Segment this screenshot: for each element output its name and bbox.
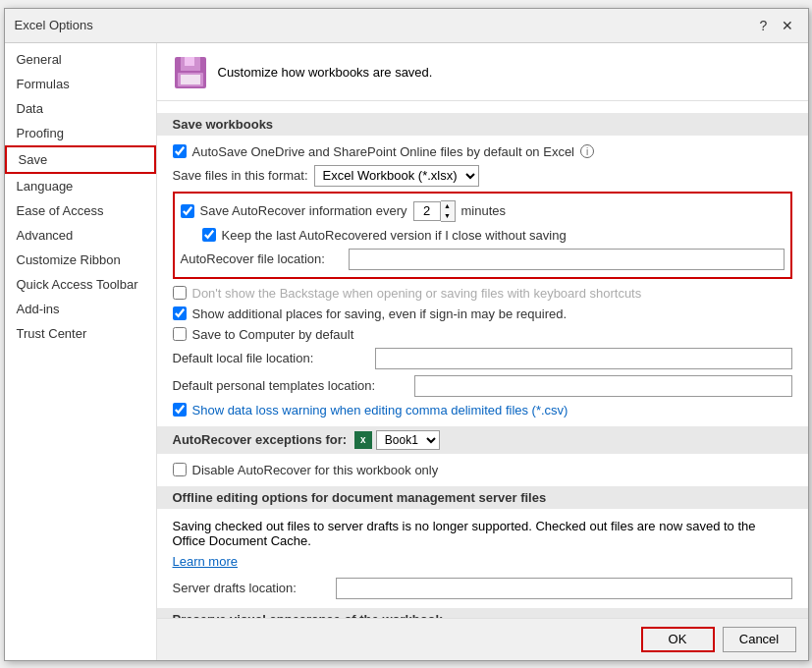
autorecover-row: Save AutoRecover information every ▲ ▼ m… xyxy=(181,197,785,225)
content-header-text: Customize how workbooks are saved. xyxy=(218,65,433,80)
autosave-label: AutoSave OneDrive and SharePoint Online … xyxy=(192,144,575,159)
show-data-loss-label: Show data loss warning when editing comm… xyxy=(192,403,568,418)
autorecover-book-dropdown[interactable]: Book1 xyxy=(376,430,440,450)
learn-more-link[interactable]: Learn more xyxy=(173,554,238,569)
autorecover-spinner: ▲ ▼ xyxy=(413,200,456,222)
show-additional-row: Show additional places for saving, even … xyxy=(173,304,792,324)
autorecover-checkbox[interactable] xyxy=(181,204,194,218)
autorecover-location-input[interactable]: C:\Users\DaniyaAhmad\AppData\Roaming\Mic… xyxy=(349,249,785,270)
keep-last-label: Keep the last AutoRecovered version if I… xyxy=(222,228,567,243)
help-button[interactable]: ? xyxy=(753,15,775,36)
spinner-down-arrow[interactable]: ▼ xyxy=(441,211,455,221)
autorecover-label: Save AutoRecover information every xyxy=(200,203,407,218)
default-local-row: Default local file location: C:\Users\Da… xyxy=(173,345,792,372)
save-workbooks-section-header: Save workbooks xyxy=(157,113,808,136)
spinner-up-arrow[interactable]: ▲ xyxy=(441,201,455,211)
sidebar-item-ease-of-access[interactable]: Ease of Access xyxy=(5,198,156,223)
ok-button[interactable]: OK xyxy=(641,627,715,652)
sidebar-item-data[interactable]: Data xyxy=(5,96,156,121)
dont-show-backstage-label: Don't show the Backstage when opening or… xyxy=(192,286,642,301)
save-format-dropdown[interactable]: Excel Workbook (*.xlsx) xyxy=(314,165,479,187)
sidebar-item-advanced[interactable]: Advanced xyxy=(5,223,156,248)
main-content: Customize how workbooks are saved. Save … xyxy=(157,43,808,660)
autorecover-highlighted-box: Save AutoRecover information every ▲ ▼ m… xyxy=(173,192,792,279)
content-header: Customize how workbooks are saved. xyxy=(157,43,808,101)
sidebar-item-quick-access-toolbar[interactable]: Quick Access Toolbar xyxy=(5,272,156,297)
sidebar-item-customize-ribbon[interactable]: Customize Ribbon xyxy=(5,248,156,272)
save-to-computer-row: Save to Computer by default xyxy=(173,324,792,345)
default-local-label: Default local file location: xyxy=(173,351,369,365)
default-local-input[interactable]: C:\Users\DaniyaAhmad\Documents xyxy=(375,348,792,369)
svg-rect-2 xyxy=(185,57,194,66)
autorecover-location-label: AutoRecover file location: xyxy=(181,251,343,266)
autosave-row: AutoSave OneDrive and SharePoint Online … xyxy=(173,141,792,162)
sidebar-item-formulas[interactable]: Formulas xyxy=(5,72,156,96)
dialog-body: General Formulas Data Proofing Save Lang… xyxy=(5,43,808,660)
autorecover-exceptions-label: AutoRecover exceptions for: xyxy=(173,431,348,446)
disable-autorecover-label: Disable AutoRecover for this workbook on… xyxy=(192,463,439,477)
show-data-loss-checkbox[interactable] xyxy=(173,403,187,417)
dont-show-backstage-row: Don't show the Backstage when opening or… xyxy=(173,283,792,304)
spinner-arrows: ▲ ▼ xyxy=(441,200,456,222)
save-format-label: Save files in this format: xyxy=(173,168,308,183)
sidebar-item-general[interactable]: General xyxy=(5,47,156,72)
show-data-loss-row: Show data loss warning when editing comm… xyxy=(173,400,792,420)
offline-description: Saving checked out files to server draft… xyxy=(173,515,792,552)
show-additional-label: Show additional places for saving, even … xyxy=(192,306,568,321)
dialog-footer: OK Cancel xyxy=(157,618,808,660)
svg-rect-4 xyxy=(181,75,200,84)
sidebar-item-proofing[interactable]: Proofing xyxy=(5,121,156,145)
save-to-computer-checkbox[interactable] xyxy=(173,327,187,341)
dialog-title: Excel Options xyxy=(15,18,93,32)
cancel-button[interactable]: Cancel xyxy=(723,627,796,652)
minutes-label: minutes xyxy=(461,203,507,218)
default-personal-row: Default personal templates location: xyxy=(173,372,792,400)
autorecover-exceptions-section-header: AutoRecover exceptions for: x Book1 xyxy=(157,426,808,454)
default-personal-label: Default personal templates location: xyxy=(173,378,408,393)
learn-more-row: Learn more xyxy=(173,552,792,571)
close-button[interactable]: ✕ xyxy=(777,15,798,36)
excel-icon: x xyxy=(354,431,372,449)
default-personal-input[interactable] xyxy=(414,375,792,397)
sidebar-item-save[interactable]: Save xyxy=(5,145,156,174)
offline-editing-section-header: Offline editing options for document man… xyxy=(157,486,808,509)
autorecover-minutes-input[interactable] xyxy=(413,201,441,221)
show-additional-checkbox[interactable] xyxy=(173,306,187,320)
keep-last-row: Keep the last AutoRecovered version if I… xyxy=(181,225,785,246)
autosave-checkbox[interactable] xyxy=(173,144,187,158)
sidebar-item-language[interactable]: Language xyxy=(5,174,156,198)
autorecover-location-row: AutoRecover file location: C:\Users\Dani… xyxy=(181,246,785,273)
keep-last-checkbox[interactable] xyxy=(202,228,216,242)
save-format-row: Save files in this format: Excel Workboo… xyxy=(173,162,792,190)
autosave-info-icon[interactable]: i xyxy=(580,144,594,158)
title-bar-left: Excel Options xyxy=(15,18,93,32)
server-drafts-row: Server drafts location: C:\Users\DaniyaA… xyxy=(173,575,792,602)
title-bar: Excel Options ? ✕ xyxy=(5,9,808,43)
sidebar-item-add-ins[interactable]: Add-ins xyxy=(5,297,156,321)
disable-autorecover-checkbox[interactable] xyxy=(173,463,187,476)
content-main: Save workbooks AutoSave OneDrive and Sha… xyxy=(157,101,808,618)
save-to-computer-label: Save to Computer by default xyxy=(192,327,354,342)
dont-show-backstage-checkbox[interactable] xyxy=(173,286,187,300)
floppy-disk-icon xyxy=(173,55,208,90)
server-drafts-input[interactable]: C:\Users\DaniyaAhmad\Documents\SharePoin… xyxy=(336,578,792,599)
excel-options-dialog: Excel Options ? ✕ General Formulas Data … xyxy=(4,8,809,661)
server-drafts-label: Server drafts location: xyxy=(173,581,330,595)
title-bar-buttons: ? ✕ xyxy=(753,15,798,36)
preserve-visual-section-header: Preserve visual appearance of the workbo… xyxy=(157,608,808,618)
sidebar-item-trust-center[interactable]: Trust Center xyxy=(5,321,156,346)
sidebar: General Formulas Data Proofing Save Lang… xyxy=(5,43,157,660)
disable-autorecover-row: Disable AutoRecover for this workbook on… xyxy=(173,460,792,480)
